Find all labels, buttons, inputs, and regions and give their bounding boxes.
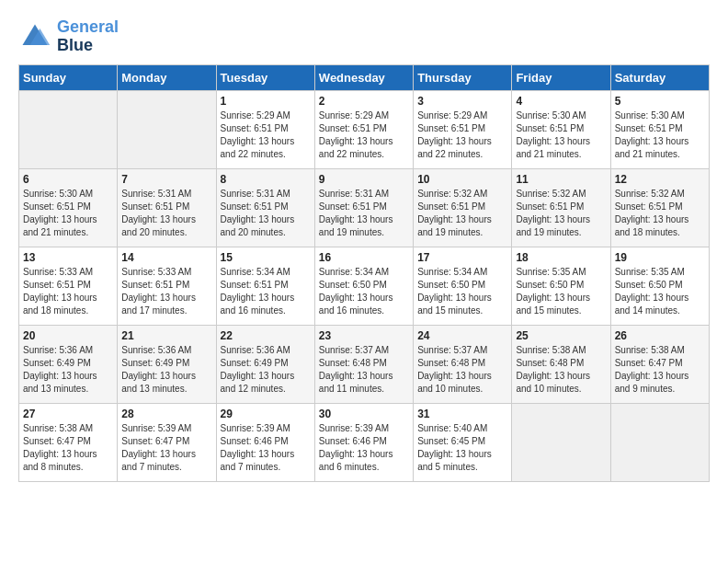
day-number: 24 — [417, 329, 507, 342]
day-number: 17 — [417, 251, 507, 264]
calendar-cell: 3 Sunrise: 5:29 AM Sunset: 6:51 PM Dayli… — [414, 90, 512, 168]
day-info: Sunrise: 5:40 AM Sunset: 6:45 PM Dayligh… — [417, 422, 507, 474]
calendar-cell: 2 Sunrise: 5:29 AM Sunset: 6:51 PM Dayli… — [314, 90, 413, 168]
day-info: Sunrise: 5:35 AM Sunset: 6:50 PM Dayligh… — [516, 266, 606, 317]
calendar-cell: 10 Sunrise: 5:32 AM Sunset: 6:51 PM Dayl… — [414, 168, 512, 247]
calendar-cell: 6 Sunrise: 5:30 AM Sunset: 6:51 PM Dayli… — [19, 168, 118, 247]
day-info: Sunrise: 5:34 AM Sunset: 6:51 PM Dayligh… — [221, 266, 311, 317]
calendar-cell: 20 Sunrise: 5:36 AM Sunset: 6:49 PM Dayl… — [19, 325, 118, 403]
day-number: 29 — [221, 408, 311, 420]
calendar-cell: 8 Sunrise: 5:31 AM Sunset: 6:51 PM Dayli… — [216, 168, 314, 247]
day-info: Sunrise: 5:39 AM Sunset: 6:46 PM Dayligh… — [221, 422, 311, 474]
day-number: 2 — [319, 95, 409, 108]
page-header: General Blue — [18, 18, 710, 55]
calendar-cell: 7 Sunrise: 5:31 AM Sunset: 6:51 PM Dayli… — [118, 168, 216, 247]
calendar-week-2: 6 Sunrise: 5:30 AM Sunset: 6:51 PM Dayli… — [19, 168, 710, 247]
day-number: 26 — [615, 329, 705, 342]
day-info: Sunrise: 5:33 AM Sunset: 6:51 PM Dayligh… — [23, 266, 113, 317]
calendar-cell — [19, 90, 118, 168]
calendar-week-4: 20 Sunrise: 5:36 AM Sunset: 6:49 PM Dayl… — [19, 325, 710, 403]
calendar-cell: 9 Sunrise: 5:31 AM Sunset: 6:51 PM Dayli… — [314, 168, 413, 247]
calendar-cell: 1 Sunrise: 5:29 AM Sunset: 6:51 PM Dayli… — [216, 90, 314, 168]
calendar-cell: 30 Sunrise: 5:39 AM Sunset: 6:46 PM Dayl… — [314, 403, 413, 481]
day-number: 25 — [516, 329, 606, 342]
day-number: 10 — [417, 173, 507, 186]
day-info: Sunrise: 5:31 AM Sunset: 6:51 PM Dayligh… — [221, 188, 311, 239]
day-number: 3 — [417, 95, 507, 108]
day-info: Sunrise: 5:36 AM Sunset: 6:49 PM Dayligh… — [121, 344, 211, 396]
weekday-header-sunday: Sunday — [19, 64, 118, 90]
calendar-cell: 17 Sunrise: 5:34 AM Sunset: 6:50 PM Dayl… — [414, 247, 512, 325]
calendar-cell: 11 Sunrise: 5:32 AM Sunset: 6:51 PM Dayl… — [512, 168, 610, 247]
calendar-cell: 29 Sunrise: 5:39 AM Sunset: 6:46 PM Dayl… — [216, 403, 314, 481]
day-info: Sunrise: 5:33 AM Sunset: 6:51 PM Dayligh… — [121, 266, 211, 317]
day-info: Sunrise: 5:32 AM Sunset: 6:51 PM Dayligh… — [615, 188, 705, 239]
calendar-cell: 19 Sunrise: 5:35 AM Sunset: 6:50 PM Dayl… — [610, 247, 709, 325]
day-number: 6 — [23, 173, 113, 186]
logo: General Blue — [18, 18, 119, 55]
day-number: 31 — [417, 408, 507, 420]
day-number: 9 — [319, 173, 409, 186]
day-info: Sunrise: 5:38 AM Sunset: 6:47 PM Dayligh… — [615, 344, 705, 396]
calendar-week-3: 13 Sunrise: 5:33 AM Sunset: 6:51 PM Dayl… — [19, 247, 710, 325]
calendar-cell — [610, 403, 709, 481]
day-number: 8 — [221, 173, 311, 186]
calendar-week-1: 1 Sunrise: 5:29 AM Sunset: 6:51 PM Dayli… — [19, 90, 710, 168]
calendar-cell: 4 Sunrise: 5:30 AM Sunset: 6:51 PM Dayli… — [512, 90, 610, 168]
day-info: Sunrise: 5:39 AM Sunset: 6:47 PM Dayligh… — [121, 422, 211, 474]
day-info: Sunrise: 5:36 AM Sunset: 6:49 PM Dayligh… — [221, 344, 311, 396]
calendar-cell: 24 Sunrise: 5:37 AM Sunset: 6:48 PM Dayl… — [414, 325, 512, 403]
day-info: Sunrise: 5:35 AM Sunset: 6:50 PM Dayligh… — [615, 266, 705, 317]
calendar-cell: 31 Sunrise: 5:40 AM Sunset: 6:45 PM Dayl… — [414, 403, 512, 481]
calendar-cell — [512, 403, 610, 481]
day-number: 22 — [221, 329, 311, 342]
day-info: Sunrise: 5:30 AM Sunset: 6:51 PM Dayligh… — [615, 109, 705, 161]
day-number: 14 — [121, 251, 211, 264]
day-info: Sunrise: 5:30 AM Sunset: 6:51 PM Dayligh… — [516, 109, 606, 161]
day-number: 5 — [615, 95, 705, 108]
day-info: Sunrise: 5:31 AM Sunset: 6:51 PM Dayligh… — [319, 188, 409, 239]
weekday-header-monday: Monday — [118, 64, 216, 90]
weekday-header-saturday: Saturday — [610, 64, 709, 90]
day-number: 4 — [516, 95, 606, 108]
day-number: 16 — [319, 251, 409, 264]
calendar-cell: 15 Sunrise: 5:34 AM Sunset: 6:51 PM Dayl… — [216, 247, 314, 325]
day-info: Sunrise: 5:29 AM Sunset: 6:51 PM Dayligh… — [221, 109, 311, 161]
day-number: 11 — [516, 173, 606, 186]
day-info: Sunrise: 5:29 AM Sunset: 6:51 PM Dayligh… — [319, 109, 409, 161]
calendar-table: SundayMondayTuesdayWednesdayThursdayFrid… — [18, 64, 710, 482]
day-info: Sunrise: 5:38 AM Sunset: 6:47 PM Dayligh… — [23, 422, 113, 474]
calendar-cell: 12 Sunrise: 5:32 AM Sunset: 6:51 PM Dayl… — [610, 168, 709, 247]
logo-text: General Blue — [57, 18, 119, 55]
calendar-cell: 27 Sunrise: 5:38 AM Sunset: 6:47 PM Dayl… — [19, 403, 118, 481]
calendar-cell: 14 Sunrise: 5:33 AM Sunset: 6:51 PM Dayl… — [118, 247, 216, 325]
day-info: Sunrise: 5:38 AM Sunset: 6:48 PM Dayligh… — [516, 344, 606, 396]
calendar-cell: 18 Sunrise: 5:35 AM Sunset: 6:50 PM Dayl… — [512, 247, 610, 325]
day-number: 28 — [121, 408, 211, 420]
day-info: Sunrise: 5:34 AM Sunset: 6:50 PM Dayligh… — [417, 266, 507, 317]
day-info: Sunrise: 5:29 AM Sunset: 6:51 PM Dayligh… — [417, 109, 507, 161]
day-number: 7 — [121, 173, 211, 186]
day-info: Sunrise: 5:34 AM Sunset: 6:50 PM Dayligh… — [319, 266, 409, 317]
day-info: Sunrise: 5:30 AM Sunset: 6:51 PM Dayligh… — [23, 188, 113, 239]
calendar-cell: 25 Sunrise: 5:38 AM Sunset: 6:48 PM Dayl… — [512, 325, 610, 403]
calendar-cell: 26 Sunrise: 5:38 AM Sunset: 6:47 PM Dayl… — [610, 325, 709, 403]
calendar-cell: 13 Sunrise: 5:33 AM Sunset: 6:51 PM Dayl… — [19, 247, 118, 325]
day-number: 19 — [615, 251, 705, 264]
day-number: 21 — [121, 329, 211, 342]
day-number: 18 — [516, 251, 606, 264]
day-number: 12 — [615, 173, 705, 186]
day-number: 20 — [23, 329, 113, 342]
day-number: 27 — [23, 408, 113, 420]
weekday-header-wednesday: Wednesday — [314, 64, 413, 90]
weekday-header-thursday: Thursday — [414, 64, 512, 90]
calendar-cell — [118, 90, 216, 168]
day-info: Sunrise: 5:37 AM Sunset: 6:48 PM Dayligh… — [319, 344, 409, 396]
day-number: 30 — [319, 408, 409, 420]
day-info: Sunrise: 5:39 AM Sunset: 6:46 PM Dayligh… — [319, 422, 409, 474]
weekday-header-tuesday: Tuesday — [216, 64, 314, 90]
day-number: 15 — [221, 251, 311, 264]
calendar-cell: 28 Sunrise: 5:39 AM Sunset: 6:47 PM Dayl… — [118, 403, 216, 481]
day-number: 13 — [23, 251, 113, 264]
logo-icon — [18, 20, 51, 53]
